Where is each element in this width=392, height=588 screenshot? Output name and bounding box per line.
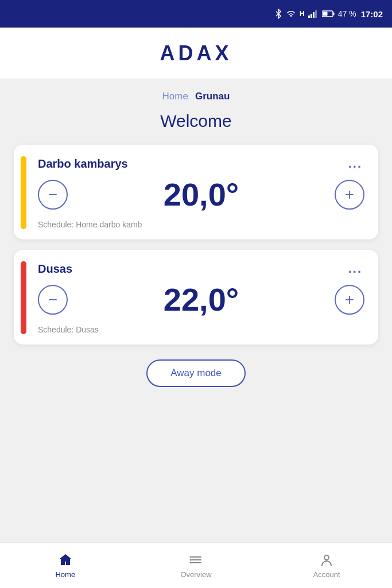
card-body-dusas: Dusas ... − 22,0° + Schedule: Dusas — [38, 261, 364, 334]
nav-item-overview[interactable]: Overview — [131, 552, 262, 579]
nav-item-home[interactable]: Home — [0, 552, 131, 579]
away-mode-button[interactable]: Away mode — [146, 359, 246, 387]
card-indicator-dusas — [21, 261, 26, 334]
svg-rect-6 — [323, 12, 327, 16]
nav-label-account: Account — [313, 570, 340, 579]
app-header: ADAX — [0, 28, 392, 79]
card-body-darbo: Darbo kambarys ... − 20,0° + Schedule: H… — [38, 156, 364, 229]
svg-rect-2 — [313, 12, 315, 18]
schedule-darbo: Schedule: Home darbo kamb — [38, 220, 364, 229]
more-button-dusas[interactable]: ... — [346, 261, 364, 276]
breadcrumb: Home Grunau — [162, 91, 230, 102]
breadcrumb-current[interactable]: Grunau — [195, 91, 230, 102]
nav-label-overview: Overview — [180, 570, 211, 579]
home-icon — [57, 552, 73, 568]
device-name-darbo: Darbo kambarys — [38, 157, 128, 171]
svg-point-10 — [189, 556, 191, 558]
schedule-dusas: Schedule: Dusas — [38, 325, 364, 334]
nav-label-home: Home — [55, 570, 75, 579]
nav-item-account[interactable]: Account — [261, 552, 392, 579]
card-header-darbo: Darbo kambarys ... — [38, 156, 364, 171]
svg-point-13 — [324, 555, 329, 560]
temperature-row-darbo: − 20,0° + — [38, 176, 364, 213]
status-bar: H 47 % 17:02 — [0, 0, 392, 28]
status-icons: H 47 % 17:02 — [274, 9, 383, 19]
bluetooth-icon — [274, 9, 282, 19]
battery-percent: 47 % — [338, 9, 356, 18]
decrease-temp-darbo[interactable]: − — [38, 180, 68, 210]
device-card-darbo: Darbo kambarys ... − 20,0° + Schedule: H… — [14, 145, 378, 239]
h-indicator: H — [300, 10, 305, 18]
svg-point-12 — [189, 562, 191, 564]
svg-point-11 — [189, 559, 191, 561]
main-content: Home Grunau Welcome Darbo kambarys ... −… — [0, 79, 392, 542]
signal-icon — [308, 10, 319, 18]
bottom-nav: Home Overview Account — [0, 542, 392, 588]
svg-rect-1 — [311, 14, 312, 18]
device-name-dusas: Dusas — [38, 262, 72, 276]
app-logo: ADAX — [160, 41, 232, 65]
welcome-title: Welcome — [160, 111, 231, 131]
temperature-row-dusas: − 22,0° + — [38, 281, 364, 318]
account-icon — [319, 552, 335, 568]
svg-rect-3 — [315, 10, 317, 18]
svg-rect-5 — [333, 13, 334, 16]
wifi-icon — [286, 10, 296, 18]
breadcrumb-home[interactable]: Home — [162, 91, 188, 102]
temperature-darbo: 20,0° — [164, 176, 239, 213]
svg-rect-0 — [308, 16, 310, 18]
temperature-dusas: 22,0° — [164, 281, 239, 318]
device-card-dusas: Dusas ... − 22,0° + Schedule: Dusas — [14, 250, 378, 345]
increase-temp-dusas[interactable]: + — [335, 285, 364, 315]
increase-temp-darbo[interactable]: + — [335, 180, 364, 210]
decrease-temp-dusas[interactable]: − — [38, 285, 68, 315]
time-display: 17:02 — [361, 9, 383, 19]
more-button-darbo[interactable]: ... — [346, 156, 364, 171]
overview-icon — [188, 552, 204, 568]
card-header-dusas: Dusas ... — [38, 261, 364, 276]
battery-icon — [322, 10, 335, 17]
card-indicator-darbo — [21, 156, 26, 229]
